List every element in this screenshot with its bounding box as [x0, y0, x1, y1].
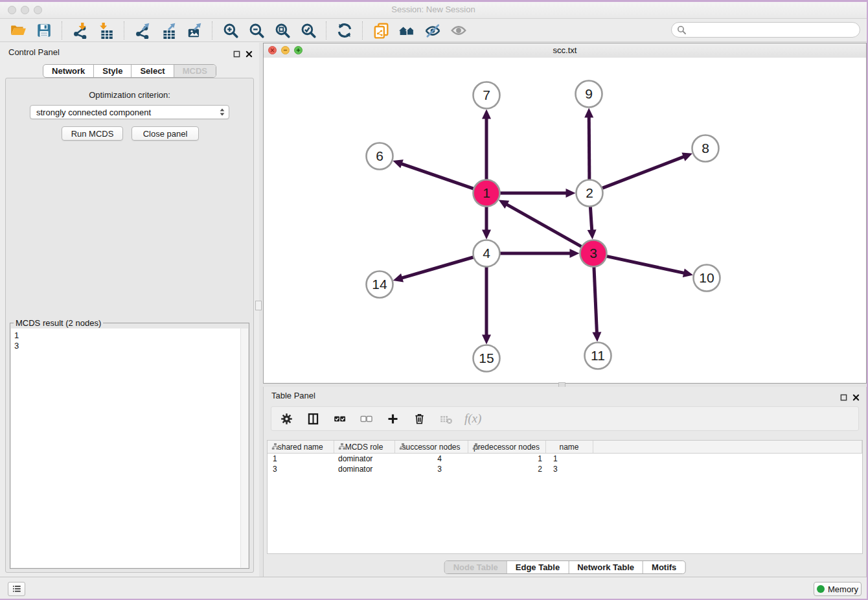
column-header-predecessor-nodes[interactable]: predecessor nodes — [468, 441, 545, 454]
criterion-dropdown[interactable]: strongly connected component — [30, 105, 229, 119]
graph-node-1[interactable]: 1 — [474, 180, 500, 207]
graph-edge-3-11-arrowhead — [592, 332, 601, 341]
float-panel-icon[interactable] — [233, 49, 240, 56]
export-table-icon — [160, 22, 177, 39]
toolbar-divider — [362, 21, 363, 40]
run-mcds-button[interactable]: Run MCDS — [62, 126, 123, 141]
zoom-in-button[interactable] — [218, 21, 243, 40]
open-file-button[interactable] — [6, 21, 30, 40]
tab-mcds[interactable]: MCDS — [174, 65, 216, 77]
graph-node-15[interactable]: 15 — [474, 345, 500, 372]
search-input[interactable] — [686, 23, 860, 36]
network-title: scc.txt — [264, 45, 866, 55]
zoom-fit-button[interactable] — [270, 21, 295, 40]
graph-node-8[interactable]: 8 — [692, 135, 719, 162]
tab-network[interactable]: Network — [43, 65, 93, 77]
network-canvas[interactable]: 7968124314101511 — [264, 58, 866, 383]
graph-node-7[interactable]: 7 — [474, 82, 500, 109]
graph-edge-4-14[interactable] — [401, 257, 474, 279]
zoom-out-button[interactable] — [244, 21, 269, 40]
new-network-from-selection-icon — [372, 22, 389, 39]
graph-node-3[interactable]: 3 — [580, 240, 607, 267]
control-panel-title: Control Panel — [8, 47, 60, 57]
table-options-button[interactable] — [279, 411, 294, 426]
show-all-button[interactable] — [446, 21, 471, 40]
search-icon — [677, 25, 686, 34]
table-tab-motifs[interactable]: Motifs — [643, 561, 685, 573]
table-options-icon — [280, 412, 293, 426]
column-header-shared-name[interactable]: shared name — [268, 441, 334, 454]
tab-select[interactable]: Select — [131, 65, 173, 77]
graph-edge-3-11[interactable] — [594, 266, 597, 333]
table-row[interactable]: 1dominator411 — [268, 454, 862, 465]
refresh-layout-button[interactable] — [332, 21, 357, 40]
create-column-icon — [386, 412, 400, 426]
graph-node-9[interactable]: 9 — [576, 81, 602, 108]
memory-status-icon — [817, 585, 825, 593]
import-network-button[interactable] — [68, 21, 93, 40]
delete-columns-icon — [413, 412, 426, 426]
select-all-rows-icon — [333, 412, 347, 426]
close-table-panel-icon[interactable] — [852, 392, 860, 399]
graph-node-label: 8 — [702, 141, 709, 156]
graph-node-14[interactable]: 14 — [367, 271, 393, 298]
refresh-layout-icon — [336, 22, 353, 39]
float-table-panel-icon[interactable] — [840, 392, 847, 399]
graph-node-6[interactable]: 6 — [367, 143, 393, 170]
export-image-button[interactable] — [182, 21, 207, 40]
table-toolbar: f(x) — [271, 406, 859, 431]
graph-node-2[interactable]: 2 — [577, 180, 603, 207]
new-network-from-selection-button[interactable] — [369, 21, 393, 40]
show-columns-button[interactable] — [305, 411, 321, 426]
zoom-in-icon — [222, 22, 239, 39]
table-row[interactable]: 3dominator323 — [268, 464, 862, 474]
memory-button[interactable]: Memory — [814, 582, 862, 596]
function-builder-button: f(x) — [464, 411, 481, 426]
table-tab-node-table[interactable]: Node Table — [445, 561, 507, 573]
export-network-button[interactable] — [130, 21, 155, 40]
search-box[interactable] — [671, 22, 860, 38]
toolbar-divider — [326, 21, 327, 40]
mcds-result-area[interactable]: 1 3 — [11, 329, 248, 568]
table-tab-network-table[interactable]: Network Table — [568, 561, 643, 573]
first-neighbors-icon — [398, 22, 415, 39]
table-tab-edge-table[interactable]: Edge Table — [507, 561, 568, 573]
save-session-button[interactable] — [32, 21, 56, 40]
column-header-name[interactable]: name — [545, 441, 593, 454]
graph-edge-4-3-arrowhead — [570, 249, 580, 258]
graph-edge-2-9-arrowhead — [584, 108, 593, 117]
open-file-icon — [10, 22, 27, 39]
graph-node-11[interactable]: 11 — [585, 343, 611, 369]
vertical-splitter-handle[interactable] — [255, 301, 262, 310]
graph-edge-3-10[interactable] — [606, 256, 685, 273]
create-column-button[interactable] — [385, 411, 400, 426]
column-header-MCDS-role[interactable]: MCDS role — [334, 441, 394, 454]
hide-selected-button[interactable] — [420, 21, 445, 40]
toolbar-divider — [124, 21, 125, 40]
export-table-button[interactable] — [156, 21, 181, 40]
graph-node-4[interactable]: 4 — [474, 240, 500, 267]
close-panel-icon[interactable] — [246, 49, 253, 56]
task-list-icon — [12, 584, 22, 594]
graph-edge-2-3[interactable] — [590, 206, 591, 231]
close-panel-button[interactable]: Close panel — [131, 126, 199, 141]
result-scrollbar[interactable] — [240, 329, 248, 568]
task-history-button[interactable] — [8, 582, 25, 596]
zoom-selected-button[interactable] — [296, 21, 321, 40]
graph-edge-1-7-arrowhead — [482, 110, 491, 119]
import-table-button[interactable] — [94, 21, 119, 40]
control-panel-header: Control Panel — [0, 43, 259, 61]
column-type-icon — [338, 443, 346, 450]
graph-node-10[interactable]: 10 — [694, 265, 720, 292]
graph-edge-1-6[interactable] — [401, 163, 474, 189]
column-header-successor-nodes[interactable]: successor nodes — [394, 441, 468, 454]
delete-columns-button[interactable] — [411, 411, 427, 426]
select-all-rows-button[interactable] — [332, 411, 347, 426]
graph-edge-2-9[interactable] — [589, 116, 589, 179]
first-neighbors-button[interactable] — [394, 21, 419, 40]
graph-edge-2-8[interactable] — [602, 156, 685, 188]
tab-style[interactable]: Style — [93, 65, 131, 77]
deselect-all-rows-button[interactable] — [358, 411, 374, 426]
graph-edge-3-1[interactable] — [506, 204, 582, 247]
optimization-criterion-label: Optimization criterion: — [6, 90, 253, 100]
